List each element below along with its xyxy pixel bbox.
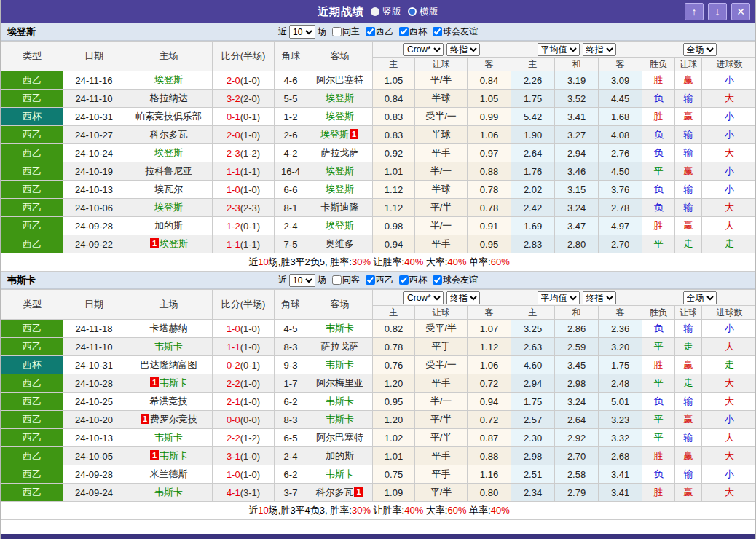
cup-checkbox[interactable]: [399, 27, 409, 36]
avg-home: 2.64: [511, 144, 555, 162]
corner-value: 2-4: [275, 447, 307, 465]
segunda-checkbox[interactable]: [366, 27, 375, 36]
window-title: 近期战绩: [318, 5, 364, 19]
avg-home: 2.57: [511, 411, 555, 429]
league-filter-cup[interactable]: 西杯: [395, 25, 427, 38]
avg-away: 3.32: [599, 429, 642, 447]
match-type-cell: 西乙: [1, 235, 63, 253]
bookmaker-select[interactable]: Crow*: [403, 291, 444, 304]
match-date: 24-09-22: [63, 235, 125, 253]
friendly-checkbox[interactable]: [433, 27, 442, 36]
avg-away: 3.76: [599, 181, 642, 199]
match-type-cell: 西乙: [1, 162, 63, 181]
result-wdl: 平: [642, 235, 675, 253]
match-type-cell: 西乙: [1, 320, 63, 338]
away-team: 埃登斯: [307, 181, 373, 199]
score-halftime: (2-0): [240, 93, 260, 104]
away-team: 韦斯卡: [307, 411, 373, 429]
average-group-header: 平均值终指: [511, 42, 642, 58]
result-goals: 大: [702, 484, 756, 502]
average-select[interactable]: 平均值: [538, 43, 580, 56]
same-venue-checkbox[interactable]: [332, 275, 342, 285]
average-time-select[interactable]: 终指: [583, 291, 616, 304]
score-fulltime: 0-2: [227, 360, 240, 371]
avg-draw: 3.52: [555, 90, 599, 108]
result-handicap: 输: [675, 199, 702, 217]
result-group-header: 全场: [642, 42, 756, 58]
home-team: 韦斯卡: [125, 429, 213, 447]
avg-away: 3.41: [599, 465, 642, 484]
move-up-button[interactable]: ↑: [685, 3, 704, 20]
team-name: 卡斯迪隆: [321, 202, 359, 213]
match-row: 西杯 24-10-31 巴达隆纳富图 0-2(0-1) 9-3 韦斯卡 0.76…: [1, 356, 756, 374]
result-goals: 小: [702, 126, 756, 144]
avg-draw: 3.27: [555, 126, 599, 144]
odds-handicap: 半/一: [415, 393, 468, 411]
recent-count-select[interactable]: 10: [289, 274, 315, 287]
odds-handicap: 平/半: [415, 71, 468, 90]
avg-away: 2.48: [599, 374, 642, 393]
score-cell: 1-0(1-0): [213, 320, 275, 338]
same-venue-filter[interactable]: 同主: [328, 25, 360, 38]
match-type-cell: 西乙: [1, 484, 63, 502]
odds-time-select[interactable]: 终指: [446, 291, 480, 304]
layout-radio-horizontal[interactable]: 横版: [408, 5, 438, 18]
summary-segment: 近: [248, 256, 258, 267]
match-type-cell: 西乙: [1, 90, 63, 108]
friendly-checkbox[interactable]: [433, 275, 442, 285]
match-row: 西乙 24-09-28 加的斯 1-2(0-1) 2-4 埃登斯 0.98 半/…: [1, 217, 756, 235]
avg-away: 2.78: [599, 199, 642, 217]
avg-draw: 2.58: [555, 465, 599, 484]
same-venue-checkbox[interactable]: [332, 27, 342, 36]
full-match-select[interactable]: 全场: [683, 43, 717, 56]
radio-vertical-icon[interactable]: [371, 7, 379, 16]
league-filter-cup[interactable]: 西杯: [395, 274, 427, 286]
average-select[interactable]: 平均值: [538, 291, 580, 304]
home-team: 帕索竞技俱乐部: [125, 108, 213, 126]
segunda-checkbox[interactable]: [366, 275, 375, 285]
team-name: 阿尔巴塞特: [316, 432, 363, 443]
odds-time-select[interactable]: 终指: [446, 43, 480, 56]
summary-segment: 10: [258, 256, 268, 267]
odds-home: 1.02: [373, 429, 415, 447]
league-filter-friendly[interactable]: 球会友谊: [429, 25, 478, 38]
avg-away: 4.08: [599, 126, 642, 144]
team-name: 韦斯卡: [154, 432, 183, 443]
match-row: 西乙 24-09-22 1埃登斯 1-1(1-1) 7-5 奥维多 0.94 平…: [1, 235, 756, 253]
team-name: 萨拉戈萨: [321, 341, 359, 352]
avg-away: 3.09: [599, 71, 642, 90]
result-goals: 小: [702, 320, 756, 338]
home-team: 希洪竞技: [125, 393, 213, 411]
bookmaker-select[interactable]: Crow*: [403, 43, 444, 56]
avg-draw: 3.19: [555, 71, 599, 90]
recent-count-select[interactable]: 10: [289, 25, 315, 39]
team-name: 科尔多瓦: [150, 129, 188, 140]
avg-home: 2.63: [511, 338, 555, 356]
score-cell: 0-1(0-1): [213, 108, 275, 126]
home-team: 加的斯: [125, 217, 213, 235]
score-fulltime: 2-3: [227, 148, 240, 159]
result-handicap: 赢: [675, 162, 702, 181]
layout-radio-vertical[interactable]: 竖版: [371, 5, 401, 18]
odds-handicap: 平/半: [415, 484, 468, 502]
away-team: 埃登斯: [307, 90, 373, 108]
league-filter-friendly[interactable]: 球会友谊: [429, 274, 478, 286]
league-filter-segunda[interactable]: 西乙: [362, 25, 393, 38]
score-halftime: (0-0): [240, 414, 260, 425]
avg-away: 4.45: [599, 90, 642, 108]
average-time-select[interactable]: 终指: [583, 43, 616, 56]
move-down-button[interactable]: ↓: [708, 3, 727, 20]
league-filter-segunda[interactable]: 西乙: [362, 274, 393, 286]
home-team: 1埃登斯: [125, 235, 213, 253]
radio-horizontal-icon[interactable]: [408, 7, 417, 16]
title-bar: 近期战绩 竖版 横版 ↑ ↓ ✕: [1, 0, 755, 23]
full-match-select[interactable]: 全场: [683, 291, 717, 304]
odds-handicap: 半球: [415, 90, 468, 108]
same-venue-filter[interactable]: 同客: [328, 274, 360, 286]
match-row: 西乙 24-11-10 格拉纳达 3-2(2-0) 5-5 埃登斯 0.84 半…: [1, 90, 756, 108]
cup-checkbox[interactable]: [399, 275, 409, 285]
match-date: 24-10-13: [63, 429, 125, 447]
summary-segment: 大率:: [423, 256, 447, 267]
corner-value: 2-4: [275, 217, 307, 235]
close-button[interactable]: ✕: [731, 3, 750, 20]
